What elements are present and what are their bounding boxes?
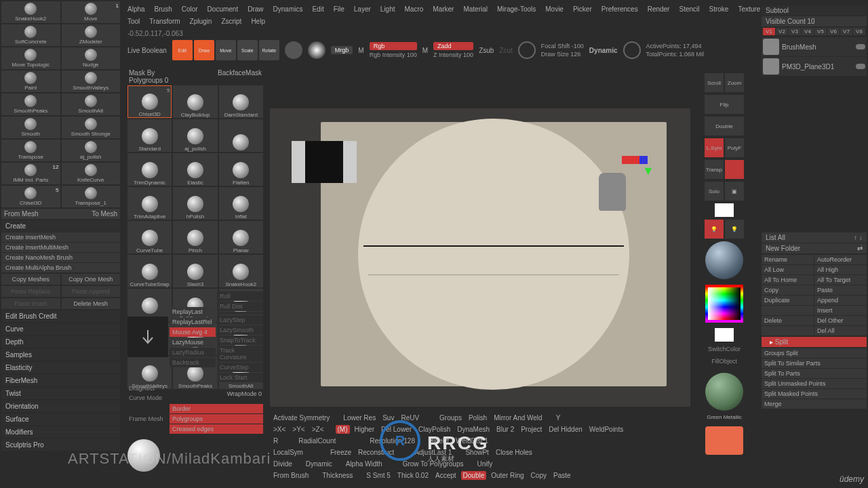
menu-color[interactable]: Color [182,5,198,13]
brush-transpose_1[interactable]: Transpose_1 [62,186,121,207]
zsub[interactable]: Zsub [479,47,494,54]
rgb-group[interactable]: Rgb Rgb Intensity 100 [370,42,417,58]
dynamic-toggle[interactable]: Dynamic [589,47,618,54]
focal-group[interactable]: Focal Shift -100 Draw Size 126 [541,43,584,58]
section-surface[interactable]: Surface [1,413,120,425]
transp-button[interactable]: Transp [705,160,724,179]
screenshot-icon[interactable]: ▣ [725,182,744,201]
menu-brush[interactable]: Brush [155,5,172,13]
brush-nudge[interactable]: Nudge [62,47,121,69]
palette-snakehook2[interactable]: SnakeHook2 [219,255,263,287]
scale-mode-button[interactable]: Scale [237,40,258,60]
color-picker[interactable] [705,285,743,323]
menu-help[interactable]: Help [251,18,265,25]
light-off-icon[interactable]: 💡 [725,220,744,239]
draw-mode-button[interactable]: Draw [194,40,214,60]
menu-transform[interactable]: Transform [149,18,180,25]
section-orientation[interactable]: Orientation [1,401,120,412]
palette-trimdynamic[interactable]: TrimDynamic [127,153,172,186]
menu-texture[interactable]: Texture [738,5,760,13]
menu-stroke[interactable]: Stroke [709,5,728,13]
frame-creased edges[interactable]: Creased edges [170,424,263,434]
material-toggle-icon[interactable] [308,41,326,59]
zadd-group[interactable]: Zadd Z Intensity 100 [433,42,473,58]
solo-button[interactable]: Solo [705,182,724,201]
palette-hpolish[interactable]: hPolish [173,187,217,220]
palette-curvetube[interactable]: CurveTube [127,221,172,253]
menu-file[interactable]: File [334,5,344,13]
menu-draw[interactable]: Draw [248,5,263,13]
palette-damstandard[interactable]: DamStandard [219,85,263,118]
palette-elastic[interactable]: Elastic [173,153,217,186]
palette-slash3[interactable]: Slash3 [173,255,217,287]
brush-zmodeler[interactable]: ZModeler [62,24,121,46]
menu-dynamics[interactable]: Dynamics [273,5,303,13]
light-icon[interactable]: 💡 [705,220,724,239]
brush-aj_polish[interactable]: aj_polish [62,140,121,161]
new-folder[interactable]: New Folder⇄ [762,243,867,253]
menu-light[interactable]: Light [380,5,395,13]
switch-color[interactable]: SwitchColor [707,344,742,354]
section-elasticity[interactable]: Elasticity [1,362,120,373]
split-header[interactable]: ▸ Split [762,337,867,347]
menu-material[interactable]: Material [463,5,488,13]
menu-stencil[interactable]: Stencil [679,5,699,13]
gyro-icon[interactable] [285,41,302,59]
main-menu[interactable]: AlphaBrushColorDocumentDrawDynamicsEditF… [127,5,861,13]
brush-smoothpeaks[interactable]: SmoothPeaks [1,94,60,115]
subtool-brushmesh[interactable]: BrushMesh [762,37,867,56]
brush-move-topologic[interactable]: Move Topologic [1,47,60,69]
color-swatch-secondary[interactable] [715,328,734,342]
palette-curvetubesnap[interactable]: CurveTubeSnap [127,255,172,287]
palette-empty[interactable] [219,119,263,152]
size-ring-icon[interactable] [623,41,641,59]
brush-paint[interactable]: Paint [1,70,60,92]
palette-aj_polish[interactable]: aj_polish [173,119,217,152]
material-ball-2[interactable] [705,373,743,411]
brush-softconcrete[interactable]: SoftConcrete [1,24,60,46]
white-swatch[interactable] [715,203,734,217]
head-reference-icon[interactable] [599,173,626,211]
brush-smooth-stronge[interactable]: Smooth Stronge [62,117,121,138]
live-boolean[interactable]: Live Boolean [127,47,167,54]
polyf-button[interactable]: PolyF [725,138,744,157]
menu-marker[interactable]: Marker [433,5,454,13]
menu-tool[interactable]: Tool [127,18,140,25]
zoom-button[interactable]: Zoom [725,73,744,92]
material-ball[interactable] [705,241,743,279]
brush-imm-ind.-parts[interactable]: IMM Ind. Parts12 [1,163,60,184]
scroll-button[interactable]: Scroll [705,73,724,92]
paste-row-2[interactable]: Paste InsertDelete Mesh [1,298,120,309]
fill-object[interactable]: FillObject [710,357,738,366]
brush-knifecurve[interactable]: KnifeCurve [62,163,121,184]
palette-inflat[interactable]: Inflat [219,187,263,220]
rotate-mode-button[interactable]: Rotate [259,40,279,60]
edit-mode-button[interactable]: Edit [172,40,193,60]
brush-snakehook2[interactable]: SnakeHook2 [1,1,60,23]
section-modifiers[interactable]: Modifiers [1,426,120,438]
double-button[interactable]: Double [705,117,744,136]
focal-ring-icon[interactable] [518,41,536,59]
palette-trimadaptive[interactable]: TrimAdaptive [127,187,172,220]
create-multialpha-brush[interactable]: Create MultiAlpha Brush [1,263,120,272]
menu-edit[interactable]: Edit [312,5,323,13]
curve-mode[interactable]: Curve Mode [127,393,168,403]
section-curve[interactable]: Curve [1,323,120,335]
viewport[interactable]: ▼ [270,108,690,407]
palette-chisel3d[interactable]: Chisel3D5 [127,85,172,118]
create-insertmultimesh[interactable]: Create InsertMultiMesh [1,243,120,252]
model[interactable] [358,119,629,390]
edit-brush-credit[interactable]: Edit Brush Credit [1,310,120,322]
menu-macro[interactable]: Macro [405,5,424,13]
menu-alpha[interactable]: Alpha [127,5,145,13]
brush-smoothvalleys[interactable]: SmoothValleys [62,70,121,92]
brush-move[interactable]: Move1 [62,1,121,23]
create-insertmesh[interactable]: Create InsertMesh [1,232,120,242]
mrgb-group[interactable]: Mrgb [331,46,353,54]
brush-chisel3d[interactable]: Chisel3D5 [1,186,60,207]
frame-polygroups[interactable]: Polygroups [170,414,263,424]
palette-pinch[interactable]: Pinch [173,221,217,253]
frame-mesh[interactable]: Frame Mesh [127,414,168,424]
palette-flatten[interactable]: Flatten [219,153,263,186]
frame-border[interactable]: Border [170,404,263,413]
